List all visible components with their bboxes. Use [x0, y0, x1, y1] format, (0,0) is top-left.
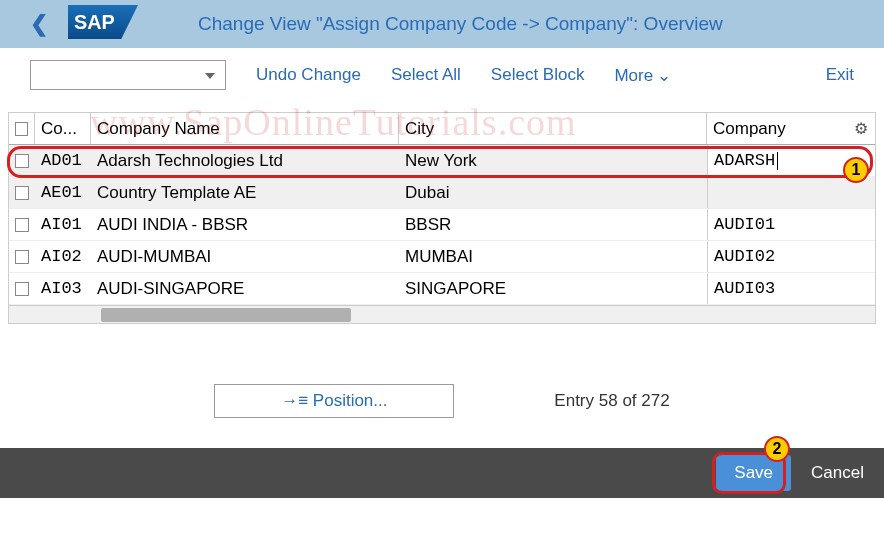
cell-code[interactable]: AI01	[35, 209, 91, 240]
cell-name[interactable]: AUDI INDIA - BBSR	[91, 209, 399, 240]
undo-change-link[interactable]: Undo Change	[256, 65, 361, 85]
table-row[interactable]: AI01 AUDI INDIA - BBSR BBSR AUDI01	[9, 209, 875, 241]
cancel-button[interactable]: Cancel	[811, 463, 864, 483]
cell-name[interactable]: AUDI-MUMBAI	[91, 241, 399, 272]
table-header-row: Co... Company Name City Company ⚙	[9, 113, 875, 145]
cell-city[interactable]: SINGAPORE	[399, 273, 707, 304]
select-all-link[interactable]: Select All	[391, 65, 461, 85]
row-checkbox[interactable]	[15, 218, 29, 232]
header-company-name[interactable]: Company Name	[91, 113, 399, 144]
cell-company[interactable]: AUDI01	[707, 209, 875, 240]
header-city[interactable]: City	[399, 113, 707, 144]
row-checkbox[interactable]	[15, 282, 29, 296]
bottom-bar: 2 Save Cancel	[0, 448, 884, 498]
row-checkbox[interactable]	[15, 186, 29, 200]
cell-company[interactable]	[707, 177, 875, 208]
cell-code[interactable]: AI02	[35, 241, 91, 272]
svg-text:SAP: SAP	[74, 11, 115, 33]
table-row[interactable]: AD01 Adarsh Technologies Ltd New York AD…	[9, 145, 875, 177]
text-cursor	[777, 152, 778, 170]
table-row[interactable]: AI03 AUDI-SINGAPORE SINGAPORE AUDI03	[9, 273, 875, 305]
data-table: Co... Company Name City Company ⚙ 1 AD01…	[8, 112, 876, 324]
cell-city[interactable]: Dubai	[399, 177, 707, 208]
back-button[interactable]: ❮	[20, 11, 58, 37]
select-all-checkbox[interactable]	[15, 122, 28, 136]
cell-name[interactable]: Country Template AE	[91, 177, 399, 208]
scrollbar-thumb[interactable]	[101, 308, 351, 322]
entry-count-text: Entry 58 of 272	[554, 391, 669, 411]
cell-company[interactable]: AUDI03	[707, 273, 875, 304]
position-button[interactable]: →≡ Position...	[214, 384, 454, 418]
header-code[interactable]: Co...	[35, 113, 91, 144]
row-checkbox[interactable]	[15, 154, 29, 168]
horizontal-scrollbar[interactable]	[9, 305, 875, 323]
view-dropdown[interactable]	[30, 60, 226, 90]
chevron-down-icon: ⌄	[657, 65, 671, 86]
cell-company[interactable]: AUDI02	[707, 241, 875, 272]
page-title: Change View "Assign Company Code -> Comp…	[198, 13, 864, 35]
position-row: →≡ Position... Entry 58 of 272	[0, 384, 884, 418]
row-checkbox[interactable]	[15, 250, 29, 264]
header-company[interactable]: Company	[707, 113, 847, 144]
cell-code[interactable]: AE01	[35, 177, 91, 208]
more-menu[interactable]: More⌄	[614, 65, 671, 86]
save-button[interactable]: Save	[716, 455, 791, 491]
toolbar: Undo Change Select All Select Block More…	[0, 48, 884, 102]
cell-name[interactable]: AUDI-SINGAPORE	[91, 273, 399, 304]
cell-city[interactable]: MUMBAI	[399, 241, 707, 272]
cell-name[interactable]: Adarsh Technologies Ltd	[91, 145, 399, 176]
table-row[interactable]: AI02 AUDI-MUMBAI MUMBAI AUDI02	[9, 241, 875, 273]
header-checkbox-col	[9, 113, 35, 144]
cell-city[interactable]: BBSR	[399, 209, 707, 240]
cell-code[interactable]: AI03	[35, 273, 91, 304]
cell-company-input[interactable]: ADARSH	[707, 145, 875, 176]
gear-icon[interactable]: ⚙	[847, 119, 875, 138]
header-bar: ❮ SAP Change View "Assign Company Code -…	[0, 0, 884, 48]
cell-city[interactable]: New York	[399, 145, 707, 176]
exit-link[interactable]: Exit	[826, 65, 854, 85]
cell-code[interactable]: AD01	[35, 145, 91, 176]
select-block-link[interactable]: Select Block	[491, 65, 585, 85]
table-row[interactable]: AE01 Country Template AE Dubai	[9, 177, 875, 209]
sap-logo: SAP	[68, 4, 138, 44]
